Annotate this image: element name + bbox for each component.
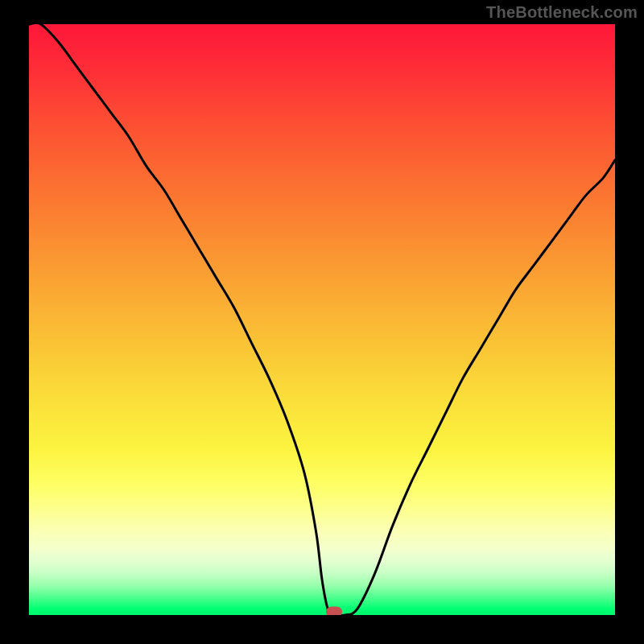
plot-area bbox=[29, 24, 615, 615]
chart-frame: TheBottleneck.com bbox=[0, 0, 644, 644]
watermark-text: TheBottleneck.com bbox=[486, 3, 638, 22]
optimum-marker bbox=[326, 607, 342, 616]
bottleneck-curve bbox=[29, 24, 615, 615]
